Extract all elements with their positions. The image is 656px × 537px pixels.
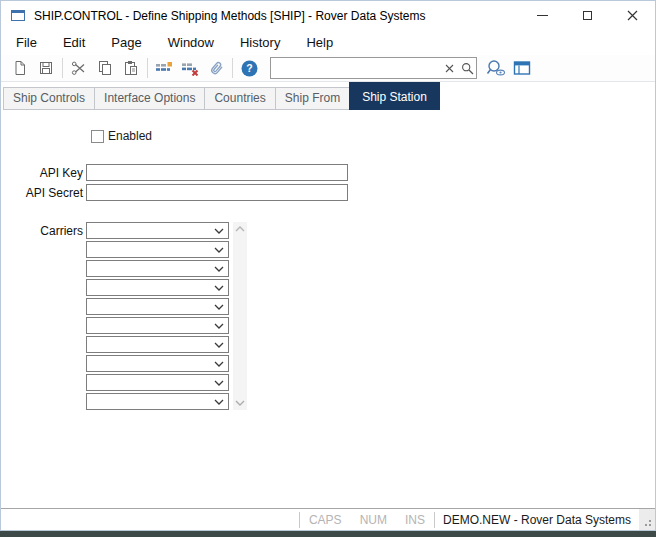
copy-button[interactable]: [92, 56, 118, 80]
carrier-select[interactable]: [86, 241, 229, 258]
menu-page[interactable]: Page: [98, 30, 154, 55]
help-icon: ?: [241, 60, 258, 77]
close-icon: [627, 10, 638, 21]
cut-button[interactable]: [66, 56, 92, 80]
menu-file[interactable]: File: [3, 30, 50, 55]
maximize-icon: [583, 11, 592, 20]
chevron-down-icon: [210, 361, 228, 367]
copy-icon: [97, 60, 113, 76]
carriers-block: Carriers: [1, 222, 247, 412]
search-clear-button[interactable]: [440, 59, 458, 77]
svg-text:?: ?: [246, 62, 252, 74]
delete-rows-button[interactable]: [177, 56, 203, 80]
maximize-button[interactable]: [565, 1, 610, 30]
session-label: DEMO.NEW - Rover Data Systems: [435, 513, 639, 527]
paste-button[interactable]: [118, 56, 144, 80]
carrier-select[interactable]: [86, 298, 229, 315]
cut-icon: [71, 60, 87, 76]
carriers-list: [86, 222, 229, 412]
menu-bar: File Edit Page Window History Help: [1, 30, 655, 55]
scroll-up-button[interactable]: [233, 222, 247, 236]
lookup-eye-icon: [486, 59, 506, 77]
app-window-icon: [11, 10, 25, 21]
resize-grip[interactable]: [639, 509, 655, 530]
search-go-button[interactable]: [458, 59, 476, 77]
chevron-down-icon: [210, 266, 228, 272]
api-key-label: API Key: [1, 166, 86, 180]
delete-rows-icon: [181, 60, 199, 76]
attach-button[interactable]: [203, 56, 229, 80]
toolbar-separator: [232, 58, 233, 78]
chevron-down-icon: [210, 380, 228, 386]
carrier-select[interactable]: [86, 260, 229, 277]
search-input[interactable]: [271, 59, 440, 77]
carrier-select[interactable]: [86, 336, 229, 353]
minimize-icon: [537, 15, 548, 16]
chevron-down-icon: [210, 228, 228, 234]
app-window: SHIP.CONTROL - Define Shipping Methods […: [0, 0, 656, 531]
chevron-down-icon: [210, 399, 228, 405]
carrier-select[interactable]: [86, 393, 229, 410]
chevron-down-icon: [210, 323, 228, 329]
tab-ship-from[interactable]: Ship From: [275, 87, 350, 110]
tab-strip: Ship Controls Interface Options Countrie…: [1, 82, 655, 110]
search-box: [270, 57, 477, 79]
table-view-icon: [513, 60, 531, 76]
tab-countries[interactable]: Countries: [204, 87, 275, 110]
save-icon: [38, 60, 54, 76]
toolbar: ?: [1, 55, 655, 82]
tab-ship-controls[interactable]: Ship Controls: [3, 87, 95, 110]
close-button[interactable]: [610, 1, 655, 30]
bottom-strip: [0, 531, 656, 537]
clear-icon: [445, 64, 454, 73]
toolbar-separator: [62, 58, 63, 78]
save-button[interactable]: [33, 56, 59, 80]
carrier-select[interactable]: [86, 317, 229, 334]
help-button[interactable]: ?: [236, 56, 262, 80]
menu-history[interactable]: History: [227, 30, 293, 55]
scroll-down-button[interactable]: [233, 396, 247, 410]
tab-ship-station[interactable]: Ship Station: [349, 82, 440, 110]
api-key-row: API Key: [1, 164, 348, 181]
num-indicator: NUM: [351, 513, 396, 527]
window-title: SHIP.CONTROL - Define Shipping Methods […: [34, 9, 425, 23]
new-document-button[interactable]: [7, 56, 33, 80]
status-bar: CAPS NUM INS DEMO.NEW - Rover Data Syste…: [1, 508, 655, 530]
chevron-down-icon: [210, 304, 228, 310]
ins-indicator: INS: [396, 513, 434, 527]
api-secret-field[interactable]: [86, 184, 348, 201]
search-icon: [461, 62, 474, 75]
paste-icon: [123, 60, 139, 76]
toolbar-separator: [147, 58, 148, 78]
enabled-checkbox[interactable]: [91, 130, 104, 143]
new-document-icon: [12, 60, 28, 76]
menu-help[interactable]: Help: [293, 30, 346, 55]
paperclip-icon: [204, 56, 228, 80]
carrier-select[interactable]: [86, 374, 229, 391]
table-view-button[interactable]: [509, 56, 535, 80]
carriers-label: Carriers: [1, 222, 86, 412]
lookup-button[interactable]: [483, 56, 509, 80]
carrier-select[interactable]: [86, 279, 229, 296]
menu-window[interactable]: Window: [155, 30, 227, 55]
api-secret-row: API Secret: [1, 184, 348, 201]
chevron-down-icon: [210, 285, 228, 291]
chevron-down-icon: [210, 247, 228, 253]
chevron-down-icon: [235, 400, 245, 406]
caps-indicator: CAPS: [300, 513, 351, 527]
tab-interface-options[interactable]: Interface Options: [94, 87, 205, 110]
menu-edit[interactable]: Edit: [50, 30, 98, 55]
carriers-scrollbar[interactable]: [233, 222, 247, 410]
insert-rows-icon: [155, 60, 173, 76]
chevron-down-icon: [210, 342, 228, 348]
enabled-label: Enabled: [108, 129, 152, 143]
chevron-up-icon: [235, 226, 245, 232]
api-secret-label: API Secret: [1, 186, 86, 200]
insert-rows-button[interactable]: [151, 56, 177, 80]
enabled-row: Enabled: [91, 129, 152, 143]
form-content: Enabled API Key API Secret Carriers: [1, 110, 655, 508]
carrier-select[interactable]: [86, 355, 229, 372]
carrier-select[interactable]: [86, 222, 229, 239]
minimize-button[interactable]: [520, 1, 565, 30]
api-key-field[interactable]: [86, 164, 348, 181]
